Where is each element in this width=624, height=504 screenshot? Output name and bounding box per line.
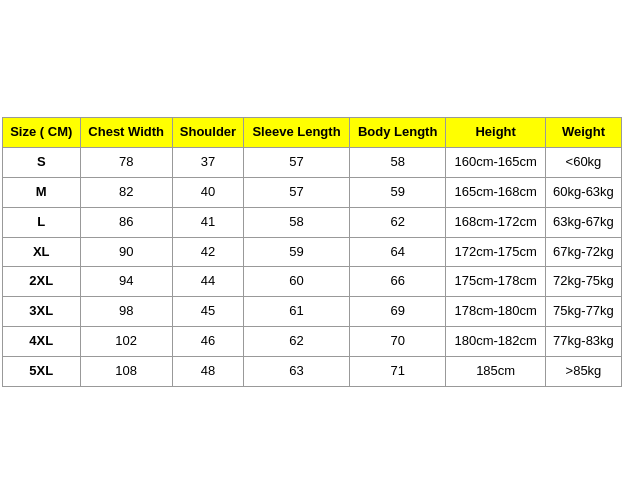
cell-chest: 86 (80, 207, 172, 237)
cell-body: 64 (349, 237, 445, 267)
cell-chest: 102 (80, 327, 172, 357)
table-row: XL90425964172cm-175cm67kg-72kg (3, 237, 622, 267)
cell-weight: <60kg (545, 147, 621, 177)
col-header-height: Height (446, 117, 546, 147)
cell-height: 180cm-182cm (446, 327, 546, 357)
size-chart-table: Size ( CM)Chest WidthShoulderSleeve Leng… (2, 117, 622, 387)
cell-shoulder: 48 (172, 357, 243, 387)
cell-weight: >85kg (545, 357, 621, 387)
cell-height: 175cm-178cm (446, 267, 546, 297)
cell-chest: 82 (80, 177, 172, 207)
cell-height: 168cm-172cm (446, 207, 546, 237)
cell-body: 71 (349, 357, 445, 387)
col-header-chest: Chest Width (80, 117, 172, 147)
cell-sleeve: 62 (244, 327, 350, 357)
table-header-row: Size ( CM)Chest WidthShoulderSleeve Leng… (3, 117, 622, 147)
cell-height: 185cm (446, 357, 546, 387)
cell-shoulder: 41 (172, 207, 243, 237)
cell-body: 70 (349, 327, 445, 357)
cell-weight: 67kg-72kg (545, 237, 621, 267)
cell-body: 58 (349, 147, 445, 177)
cell-chest: 108 (80, 357, 172, 387)
cell-body: 69 (349, 297, 445, 327)
cell-chest: 94 (80, 267, 172, 297)
col-header-sleeve: Sleeve Length (244, 117, 350, 147)
cell-body: 62 (349, 207, 445, 237)
table-row: 2XL94446066175cm-178cm72kg-75kg (3, 267, 622, 297)
cell-sleeve: 57 (244, 147, 350, 177)
cell-sleeve: 61 (244, 297, 350, 327)
cell-size: 5XL (3, 357, 81, 387)
cell-sleeve: 58 (244, 207, 350, 237)
table-row: 5XL108486371185cm>85kg (3, 357, 622, 387)
col-header-body: Body Length (349, 117, 445, 147)
table-row: 4XL102466270180cm-182cm77kg-83kg (3, 327, 622, 357)
cell-sleeve: 63 (244, 357, 350, 387)
cell-size: 2XL (3, 267, 81, 297)
cell-shoulder: 46 (172, 327, 243, 357)
cell-size: M (3, 177, 81, 207)
table-body: S78375758160cm-165cm<60kgM82405759165cm-… (3, 147, 622, 386)
cell-weight: 77kg-83kg (545, 327, 621, 357)
cell-weight: 75kg-77kg (545, 297, 621, 327)
table-row: S78375758160cm-165cm<60kg (3, 147, 622, 177)
cell-chest: 78 (80, 147, 172, 177)
cell-shoulder: 37 (172, 147, 243, 177)
size-chart-container: Size ( CM)Chest WidthShoulderSleeve Leng… (2, 117, 622, 387)
col-header-weight: Weight (545, 117, 621, 147)
cell-chest: 90 (80, 237, 172, 267)
cell-shoulder: 40 (172, 177, 243, 207)
cell-body: 66 (349, 267, 445, 297)
cell-size: 3XL (3, 297, 81, 327)
table-row: 3XL98456169178cm-180cm75kg-77kg (3, 297, 622, 327)
cell-body: 59 (349, 177, 445, 207)
col-header-shoulder: Shoulder (172, 117, 243, 147)
cell-shoulder: 45 (172, 297, 243, 327)
cell-size: L (3, 207, 81, 237)
cell-sleeve: 60 (244, 267, 350, 297)
cell-height: 160cm-165cm (446, 147, 546, 177)
table-row: M82405759165cm-168cm60kg-63kg (3, 177, 622, 207)
cell-size: 4XL (3, 327, 81, 357)
cell-sleeve: 57 (244, 177, 350, 207)
cell-size: S (3, 147, 81, 177)
cell-height: 172cm-175cm (446, 237, 546, 267)
cell-weight: 72kg-75kg (545, 267, 621, 297)
cell-height: 178cm-180cm (446, 297, 546, 327)
cell-sleeve: 59 (244, 237, 350, 267)
cell-weight: 60kg-63kg (545, 177, 621, 207)
cell-chest: 98 (80, 297, 172, 327)
cell-size: XL (3, 237, 81, 267)
cell-height: 165cm-168cm (446, 177, 546, 207)
table-row: L86415862168cm-172cm63kg-67kg (3, 207, 622, 237)
cell-shoulder: 44 (172, 267, 243, 297)
cell-weight: 63kg-67kg (545, 207, 621, 237)
col-header-size: Size ( CM) (3, 117, 81, 147)
cell-shoulder: 42 (172, 237, 243, 267)
